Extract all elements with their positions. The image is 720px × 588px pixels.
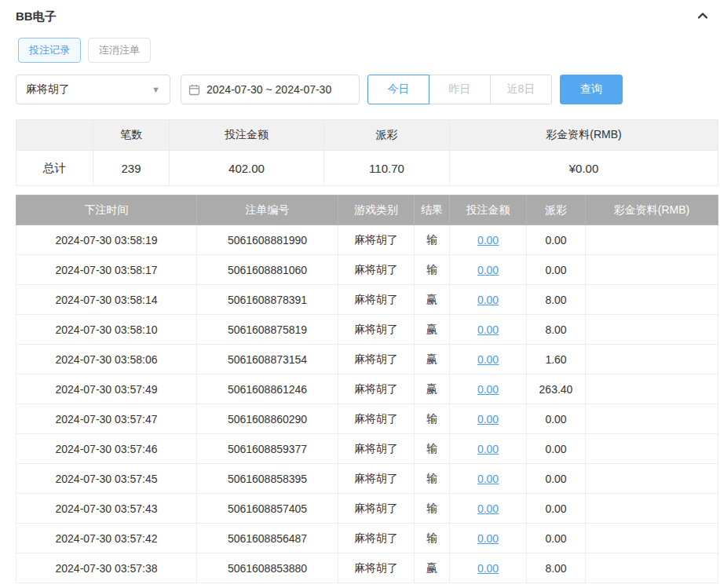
summary-total-count: 239: [93, 151, 170, 186]
cell-payout: 8.00: [527, 285, 586, 315]
cell-bet-amount: 0.00: [450, 524, 527, 553]
quick-last8days-button[interactable]: 近8日: [490, 75, 552, 104]
cell-bet-time: 2024-07-30 03:57:47: [16, 404, 197, 434]
summary-header-bet-amount: 投注金额: [170, 120, 324, 151]
bet-amount-link[interactable]: 0.00: [477, 473, 499, 485]
records-header-row: 下注时间 注单编号 游戏类别 结果 投注金额 派彩 彩金资料(RMB): [16, 195, 718, 225]
cell-payout: 1.60: [527, 345, 586, 374]
bet-amount-link[interactable]: 0.00: [477, 264, 499, 276]
table-row: 2024-07-30 03:57:38 5061608853880 麻将胡了 赢…: [16, 553, 718, 583]
table-row: 2024-07-30 03:58:14 5061608878391 麻将胡了 赢…: [16, 285, 718, 315]
cell-result: 输: [415, 524, 450, 553]
header-jackpot: 彩金资料(RMB): [586, 195, 718, 225]
cell-result: 赢: [415, 374, 450, 404]
cell-bet-amount: 0.00: [450, 225, 527, 255]
cell-game-type: 麻将胡了: [338, 285, 415, 315]
summary-header-jackpot: 彩金资料(RMB): [450, 120, 718, 151]
cell-jackpot: [586, 285, 718, 315]
cell-order-number: 5061608859377: [197, 434, 338, 464]
cell-jackpot: [586, 225, 718, 255]
records-table: 下注时间 注单编号 游戏类别 结果 投注金额 派彩 彩金资料(RMB) 2024…: [16, 195, 718, 583]
table-row: 2024-07-30 03:57:47 5061608860290 麻将胡了 输…: [16, 404, 718, 434]
cell-result: 输: [415, 404, 450, 434]
quick-yesterday-button[interactable]: 昨日: [429, 75, 491, 104]
quick-today-button[interactable]: 今日: [367, 75, 429, 104]
cell-bet-amount: 0.00: [450, 255, 527, 285]
betting-records-panel: BB电子 投注记录 连消注单 麻将胡了 ▼ 2024-07-30 ~ 2024-…: [16, 0, 718, 583]
bet-amount-link[interactable]: 0.00: [477, 323, 499, 336]
cell-jackpot: [586, 255, 718, 285]
cell-result: 赢: [415, 315, 450, 345]
cell-bet-time: 2024-07-30 03:57:38: [16, 553, 197, 583]
bet-amount-link[interactable]: 0.00: [477, 443, 499, 455]
cell-bet-amount: 0.00: [450, 404, 527, 434]
header-bet-amount: 投注金额: [450, 195, 527, 225]
tab-bet-records[interactable]: 投注记录: [18, 38, 81, 63]
header-payout: 派彩: [527, 195, 586, 225]
date-range-picker[interactable]: 2024-07-30 ~ 2024-07-30: [181, 75, 360, 104]
bet-amount-link[interactable]: 0.00: [477, 502, 499, 515]
game-select-value: 麻将胡了: [26, 82, 70, 97]
table-row: 2024-07-30 03:57:43 5061608857405 麻将胡了 输…: [16, 494, 718, 524]
page-title: BB电子: [16, 9, 57, 24]
cell-jackpot: [586, 494, 718, 524]
tab-cancelled-orders[interactable]: 连消注单: [88, 38, 151, 63]
cell-game-type: 麻将胡了: [338, 404, 415, 434]
bet-amount-link[interactable]: 0.00: [477, 234, 499, 247]
bet-amount-link[interactable]: 0.00: [477, 413, 499, 425]
cell-bet-time: 2024-07-30 03:57:43: [16, 494, 197, 524]
cell-order-number: 5061608861246: [197, 374, 338, 404]
cell-bet-time: 2024-07-30 03:57:42: [16, 524, 197, 553]
cell-jackpot: [586, 374, 718, 404]
collapse-panel-button[interactable]: [696, 9, 709, 24]
cell-bet-time: 2024-07-30 03:57:46: [16, 434, 197, 464]
cell-bet-amount: 0.00: [450, 374, 527, 404]
cell-bet-time: 2024-07-30 03:58:17: [16, 255, 197, 285]
cell-bet-amount: 0.00: [450, 345, 527, 374]
header-game-type: 游戏类别: [338, 195, 415, 225]
cell-game-type: 麻将胡了: [338, 374, 415, 404]
summary-header-blank: [16, 120, 93, 151]
game-select[interactable]: 麻将胡了 ▼: [16, 75, 170, 104]
header-bet-time: 下注时间: [16, 195, 197, 225]
cell-order-number: 5061608860290: [197, 404, 338, 434]
cell-game-type: 麻将胡了: [338, 434, 415, 464]
chevron-down-icon: ▼: [152, 85, 160, 94]
bet-amount-link[interactable]: 0.00: [477, 294, 499, 306]
cell-game-type: 麻将胡了: [338, 255, 415, 285]
table-row: 2024-07-30 03:57:42 5061608856487 麻将胡了 输…: [16, 524, 718, 553]
cell-bet-amount: 0.00: [450, 464, 527, 494]
cell-result: 输: [415, 494, 450, 524]
search-button[interactable]: 查询: [560, 75, 623, 104]
bet-amount-link[interactable]: 0.00: [477, 562, 499, 575]
table-row: 2024-07-30 03:58:06 5061608873154 麻将胡了 赢…: [16, 345, 718, 374]
cell-payout: 0.00: [527, 255, 586, 285]
records-table-body: 2024-07-30 03:58:19 5061608881990 麻将胡了 输…: [16, 225, 718, 583]
cell-order-number: 5061608858395: [197, 464, 338, 494]
bet-amount-link[interactable]: 0.00: [477, 532, 499, 545]
table-row: 2024-07-30 03:57:46 5061608859377 麻将胡了 输…: [16, 434, 718, 464]
cell-order-number: 5061608881060: [197, 255, 338, 285]
cell-bet-time: 2024-07-30 03:58:06: [16, 345, 197, 374]
cell-order-number: 5061608881990: [197, 225, 338, 255]
summary-header-row: 笔数 投注金额 派彩 彩金资料(RMB): [16, 120, 718, 151]
bet-amount-link[interactable]: 0.00: [477, 353, 499, 366]
cell-payout: 0.00: [527, 225, 586, 255]
cell-payout: 0.00: [527, 434, 586, 464]
table-row: 2024-07-30 03:58:10 5061608875819 麻将胡了 赢…: [16, 315, 718, 345]
cell-payout: 8.00: [527, 315, 586, 345]
table-row: 2024-07-30 03:58:19 5061608881990 麻将胡了 输…: [16, 225, 718, 255]
cell-result: 赢: [415, 345, 450, 374]
bet-amount-link[interactable]: 0.00: [477, 383, 499, 396]
summary-total-bet-amount: 402.00: [170, 151, 324, 186]
summary-header-count: 笔数: [93, 120, 170, 151]
summary-table: 笔数 投注金额 派彩 彩金资料(RMB) 总计 239 402.00 110.7…: [16, 119, 718, 186]
cell-game-type: 麻将胡了: [338, 315, 415, 345]
cell-order-number: 5061608875819: [197, 315, 338, 345]
cell-jackpot: [586, 464, 718, 494]
cell-bet-amount: 0.00: [450, 553, 527, 583]
table-row: 2024-07-30 03:58:17 5061608881060 麻将胡了 输…: [16, 255, 718, 285]
cell-jackpot: [586, 524, 718, 553]
panel-header: BB电子: [16, 0, 718, 26]
cell-bet-amount: 0.00: [450, 285, 527, 315]
